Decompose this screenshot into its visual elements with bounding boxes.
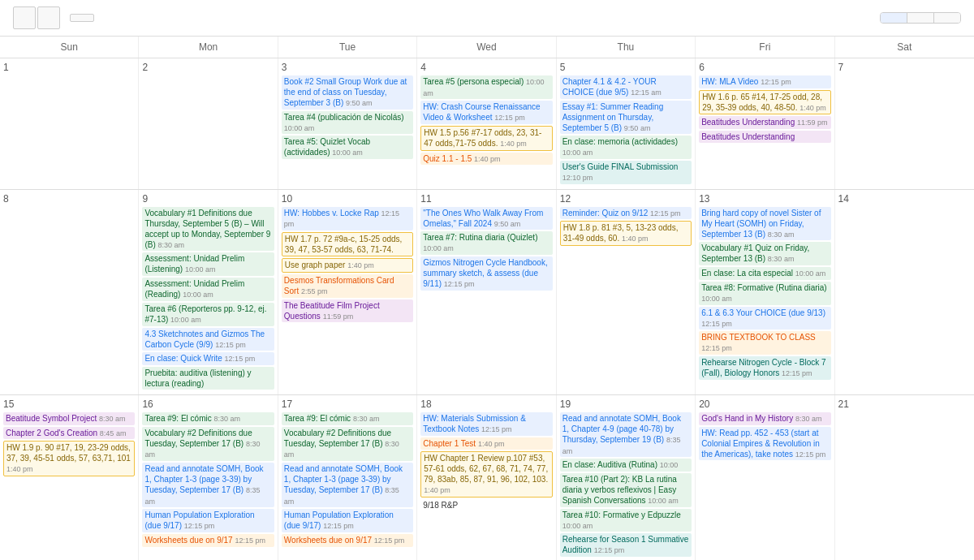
event-item[interactable]: Pruebita: auditiva (listening) y lectura… bbox=[142, 367, 274, 390]
day-cell-8[interactable]: 8 bbox=[0, 190, 139, 394]
event-item[interactable]: Worksheets due on 9/17 12:15 pm bbox=[142, 534, 274, 547]
event-item[interactable]: Tarea #4 (publicación de Nicolás) 10:00 … bbox=[282, 111, 413, 135]
event-item[interactable]: HW 1.5 p.56 #7-17 odds, 23, 31-47 odds,7… bbox=[420, 126, 552, 151]
week-view-button[interactable] bbox=[907, 13, 934, 23]
event-item[interactable]: Worksheets due on 9/17 12:15 pm bbox=[282, 534, 413, 547]
event-item[interactable]: Use graph paper 1:40 pm bbox=[282, 258, 413, 273]
event-item[interactable]: HW 1.6 p. 65 #14, 17-25 odd, 28, 29, 35-… bbox=[699, 90, 830, 115]
day-cell-18[interactable]: 18HW: Materials Submission & Textbook No… bbox=[417, 395, 556, 560]
event-item[interactable]: Book #2 Small Group Work due at the end … bbox=[282, 75, 413, 110]
event-item[interactable]: Tarea #6 (Reporteros pp. 9-12, ej. #7-13… bbox=[142, 303, 274, 326]
prev-button[interactable] bbox=[13, 6, 36, 29]
day-cell-5[interactable]: 5Chapter 4.1 & 4.2 - YOUR CHOICE (due 9/… bbox=[557, 58, 696, 189]
event-item[interactable]: Human Population Exploration (due 9/17) … bbox=[142, 509, 274, 532]
day-cell-11[interactable]: 11"The Ones Who Walk Away From Omelas," … bbox=[417, 190, 556, 394]
day-view-button[interactable] bbox=[934, 13, 960, 23]
day-cell-21[interactable]: 21 bbox=[835, 395, 974, 560]
day-cell-9[interactable]: 9Vocabulary #1 Definitions due Thursday,… bbox=[139, 190, 278, 394]
event-item[interactable]: En clase: Auditiva (Rutina) 10:00 bbox=[560, 459, 692, 472]
event-item[interactable]: 6.1 & 6.3 Your CHOICE (due 9/13) 12:15 p… bbox=[699, 307, 830, 330]
event-item[interactable]: HW Chapter 1 Review p.107 #53, 57-61 odd… bbox=[420, 451, 552, 498]
top-bar bbox=[0, 0, 974, 37]
event-item[interactable]: En clase: memoria (actividades) 10:00 am bbox=[560, 136, 692, 159]
event-item[interactable]: Rehearse Nitrogen Cycle - Block 7 (Fall)… bbox=[699, 356, 830, 380]
day-header-tue: Tue bbox=[278, 37, 417, 58]
event-item[interactable]: HW 1.7 p. 72 #9a-c, 15-25 odds, 39, 47, … bbox=[282, 232, 413, 256]
event-item[interactable]: User's Guide FINAL Submission 12:10 pm bbox=[560, 161, 692, 184]
event-item[interactable]: BRING TEXTBOOK TO CLASS 12:15 pm bbox=[699, 331, 830, 355]
day-cell-6[interactable]: 6HW: MLA Video 12:15 pmHW 1.6 p. 65 #14,… bbox=[696, 58, 834, 189]
event-item[interactable]: Tarea #5: Quizlet Vocab (actividades) 10… bbox=[282, 136, 413, 159]
event-item[interactable]: Vocabulary #2 Definitions due Tuesday, S… bbox=[142, 427, 274, 461]
event-item[interactable]: HW 1.9 p. 90 #17, 19, 23-29 odds, 37, 39… bbox=[3, 441, 135, 476]
event-item[interactable]: Tarea #8: Formative (Rutina diaria) 10:0… bbox=[699, 282, 830, 305]
event-item[interactable]: Tarea #10: Formative y Edpuzzle 10:00 am bbox=[560, 509, 692, 532]
event-item[interactable]: Rehearse for Season 1 Summative Audition… bbox=[560, 533, 692, 557]
event-item[interactable]: Beatitudes Understanding bbox=[699, 131, 830, 143]
event-item[interactable]: Read and annotate SOMH, Book 1, Chapter … bbox=[142, 463, 274, 507]
next-button[interactable] bbox=[37, 6, 60, 29]
day-cell-1[interactable]: 1 bbox=[0, 58, 139, 189]
event-item[interactable]: Tarea #5 (persona especial) 10:00 am bbox=[420, 75, 552, 99]
day-cell-15[interactable]: 15Beatitude Symbol Project 8:30 amChapte… bbox=[0, 395, 139, 560]
day-number: 11 bbox=[420, 193, 552, 205]
event-item[interactable]: Human Population Exploration (due 9/17) … bbox=[282, 509, 413, 532]
event-item[interactable]: Beatitude Symbol Project 8:30 am bbox=[3, 412, 135, 425]
day-cell-17[interactable]: 17Tarea #9: El cómic 8:30 amVocabulary #… bbox=[278, 395, 417, 560]
event-item[interactable]: Essay #1: Summer Reading Assignment on T… bbox=[560, 101, 692, 135]
event-item[interactable]: 9/18 R&P bbox=[420, 499, 552, 511]
event-item[interactable]: HW: Read pp. 452 - 453 (start at Colonia… bbox=[699, 427, 830, 461]
day-cell-14[interactable]: 14 bbox=[835, 190, 974, 394]
event-item[interactable]: HW: Crash Course Renaissance Video & Wor… bbox=[420, 101, 552, 124]
event-item[interactable]: HW: Materials Submission & Textbook Note… bbox=[420, 412, 552, 436]
day-number: 17 bbox=[282, 398, 413, 410]
event-item[interactable]: God's Hand in My History 8:30 am bbox=[699, 412, 830, 425]
day-cell-3[interactable]: 3Book #2 Small Group Work due at the end… bbox=[278, 58, 417, 189]
event-item[interactable]: Quiz 1.1 - 1.5 1:40 pm bbox=[420, 153, 552, 166]
event-item[interactable]: Reminder: Quiz on 9/12 12:15 pm bbox=[560, 207, 692, 220]
event-item[interactable]: "The Ones Who Walk Away From Omelas," Fa… bbox=[420, 207, 552, 230]
calendar-grid: SunMonTueWedThuFriSat 123Book #2 Small G… bbox=[0, 37, 974, 560]
event-item[interactable]: HW 1.8 p. 81 #3, 5, 13-23 odds, 31-49 od… bbox=[560, 221, 692, 246]
event-item[interactable]: Tarea #10 (Part 2): KB La rutina diaria … bbox=[560, 473, 692, 507]
event-item[interactable]: En clase: La cita especial 10:00 am bbox=[699, 267, 830, 280]
event-item[interactable]: Tarea #9: El cómic 8:30 am bbox=[282, 412, 413, 425]
event-item[interactable]: The Beatitude Film Project Questions 11:… bbox=[282, 299, 413, 323]
day-cell-7[interactable]: 7 bbox=[835, 58, 974, 189]
event-item[interactable]: HW: MLA Video 12:15 pm bbox=[699, 75, 830, 88]
event-item[interactable]: Chapter 2 God's Creation 8:45 am bbox=[3, 427, 135, 440]
day-cell-2[interactable]: 2 bbox=[139, 58, 278, 189]
event-item[interactable]: 4.3 Sketchnotes and Gizmos The Carbon Cy… bbox=[142, 328, 274, 351]
event-item[interactable]: Chapter 4.1 & 4.2 - YOUR CHOICE (due 9/5… bbox=[560, 75, 692, 99]
event-item[interactable]: En clase: Quick Write 12:15 pm bbox=[142, 352, 274, 365]
event-item[interactable]: Tarea #9: El cómic 8:30 am bbox=[142, 412, 274, 425]
event-item[interactable]: Chapter 1 Test 1:40 pm bbox=[420, 437, 552, 450]
event-item[interactable]: Read and annotate SOMH, Book 1, Chapter … bbox=[282, 463, 413, 507]
day-cell-10[interactable]: 10HW: Hobbes v. Locke Rap 12:15 pmHW 1.7… bbox=[278, 190, 417, 394]
day-cell-4[interactable]: 4Tarea #5 (persona especial) 10:00 amHW:… bbox=[417, 58, 556, 189]
event-item[interactable]: Vocabulary #2 Definitions due Tuesday, S… bbox=[282, 427, 413, 461]
day-number: 2 bbox=[142, 62, 274, 73]
day-cell-19[interactable]: 19Read and annotate SOMH, Book 1, Chapte… bbox=[557, 395, 696, 560]
day-number: 6 bbox=[699, 62, 830, 73]
event-item[interactable]: Assessment: Unidad Prelim (Listening) 10… bbox=[142, 252, 274, 276]
event-item[interactable]: Vocabulary #1 Definitions due Thursday, … bbox=[142, 207, 274, 252]
day-cell-20[interactable]: 20God's Hand in My History 8:30 amHW: Re… bbox=[696, 395, 834, 560]
view-switcher bbox=[880, 12, 961, 24]
event-item[interactable]: Assessment: Unidad Prelim (Reading) 10:0… bbox=[142, 278, 274, 301]
event-item[interactable]: Beatitudes Understanding 11:59 pm bbox=[699, 116, 830, 129]
event-item[interactable]: Gizmos Nitrogen Cycle Handbook, summary … bbox=[420, 256, 552, 291]
event-item[interactable]: Tarea #7: Rutina diaria (Quizlet) 10:00 … bbox=[420, 231, 552, 255]
event-item[interactable]: Vocabulary #1 Quiz on Friday, September … bbox=[699, 242, 830, 265]
event-item[interactable]: Bring hard copy of novel Sister of My He… bbox=[699, 207, 830, 241]
day-number: 20 bbox=[699, 398, 830, 410]
event-item[interactable]: HW: Hobbes v. Locke Rap 12:15 pm bbox=[282, 207, 413, 230]
day-number: 15 bbox=[3, 398, 135, 410]
event-item[interactable]: Desmos Transformations Card Sort 2:55 pm bbox=[282, 274, 413, 298]
day-cell-16[interactable]: 16Tarea #9: El cómic 8:30 amVocabulary #… bbox=[139, 395, 278, 560]
today-button[interactable] bbox=[70, 14, 94, 22]
day-cell-13[interactable]: 13Bring hard copy of novel Sister of My … bbox=[696, 190, 834, 394]
event-item[interactable]: Read and annotate SOMH, Book 1, Chapter … bbox=[560, 412, 692, 457]
day-cell-12[interactable]: 12Reminder: Quiz on 9/12 12:15 pmHW 1.8 … bbox=[557, 190, 696, 394]
month-view-button[interactable] bbox=[881, 13, 907, 23]
